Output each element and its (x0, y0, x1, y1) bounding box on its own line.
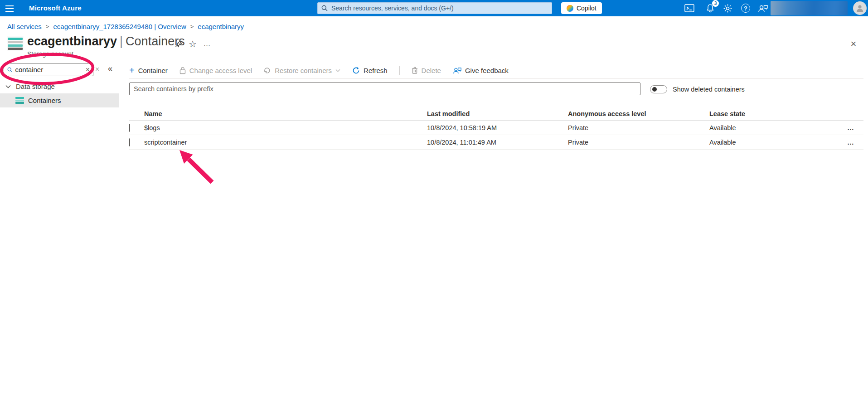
more-options-icon[interactable]: … (201, 38, 213, 50)
column-header-last-modified[interactable]: Last modified (427, 110, 568, 117)
plus-icon: + (129, 66, 135, 75)
pin-icon[interactable] (172, 38, 184, 50)
breadcrumb-current[interactable]: ecagentbinaryy (198, 23, 244, 30)
sidebar-collapse-icon[interactable]: « (108, 64, 112, 73)
column-header-name[interactable]: Name (144, 110, 427, 117)
copilot-icon (567, 5, 573, 12)
give-feedback-button[interactable]: Give feedback (453, 67, 509, 74)
command-bar: + Container Change access level Restore … (129, 63, 509, 78)
containers-table: Name Last modified Anonymous access leve… (129, 107, 863, 150)
show-deleted-label: Show deleted containers (673, 86, 745, 93)
feedback-icon[interactable] (756, 2, 770, 14)
table-header-row: Name Last modified Anonymous access leve… (129, 107, 863, 121)
refresh-icon (352, 67, 360, 74)
column-header-access[interactable]: Anonymous access level (568, 110, 709, 117)
undo-icon (264, 67, 271, 74)
account-info-redacted (771, 1, 848, 15)
show-deleted-toggle[interactable] (650, 85, 667, 93)
storage-account-icon (7, 36, 24, 51)
container-name-link[interactable]: scriptcontainer (144, 139, 427, 146)
search-clear-icon[interactable]: × (86, 66, 90, 73)
cell-access-level: Private (568, 124, 709, 131)
table-row-scriptcontainer[interactable]: scriptcontainer 10/8/2024, 11:01:49 AM P… (129, 135, 863, 150)
refresh-button[interactable]: Refresh (352, 67, 388, 74)
row-checkbox[interactable] (129, 138, 130, 146)
breadcrumb-separator: > (190, 23, 194, 30)
sidebar-search-box[interactable]: × (4, 63, 93, 76)
resource-name: ecagentbinaryy (27, 34, 117, 48)
feedback-person-icon (453, 67, 461, 74)
help-question-glyph: ? (741, 4, 750, 13)
account-avatar[interactable] (853, 1, 867, 15)
global-search-input[interactable] (317, 2, 552, 14)
cell-access-level: Private (568, 139, 709, 146)
settings-gear-icon[interactable] (721, 2, 734, 14)
container-name-link[interactable]: $logs (144, 124, 427, 131)
breadcrumb-all-services[interactable]: All services (7, 23, 42, 30)
page-title: ecagentbinaryy|Containers (27, 34, 185, 49)
sidebar-section-data-storage[interactable]: Data storage (5, 83, 55, 90)
global-search-field[interactable] (331, 5, 548, 12)
cell-last-modified: 10/8/2024, 10:58:19 AM (427, 124, 568, 131)
cloud-shell-icon[interactable] (683, 2, 696, 14)
container-prefix-search[interactable] (129, 83, 640, 95)
close-blade-icon[interactable]: × (847, 37, 860, 51)
column-header-lease[interactable]: Lease state (709, 110, 839, 117)
top-bar: Microsoft Azure Copilot 3 (0, 0, 868, 16)
azure-portal-page: Microsoft Azure Copilot 3 (0, 0, 868, 413)
sidebar-section-label: Data storage (16, 83, 55, 90)
chevron-down-icon (5, 85, 11, 88)
restore-containers-button[interactable]: Restore containers (264, 67, 340, 74)
annotation-overlay (0, 0, 868, 413)
resource-type-label: Storage account (27, 50, 73, 58)
breadcrumb-separator: > (46, 23, 49, 30)
toolbar-separator (399, 66, 400, 75)
table-row-logs[interactable]: $logs 10/8/2024, 10:58:19 AM Private Ava… (129, 121, 863, 135)
toolbar-divider (129, 78, 863, 79)
search-icon (321, 5, 328, 11)
breadcrumb: All services > ecagentbinaryy_1728365249… (7, 23, 244, 30)
change-access-level-button[interactable]: Change access level (179, 67, 252, 74)
search-icon (7, 67, 12, 73)
sidebar-search-input[interactable] (15, 66, 82, 73)
notifications-bell-icon[interactable]: 3 (703, 2, 717, 14)
cell-lease-state: Available (709, 139, 839, 146)
cell-last-modified: 10/8/2024, 11:01:49 AM (427, 139, 568, 146)
add-container-button[interactable]: + Container (129, 66, 168, 75)
hamburger-menu-icon[interactable] (5, 4, 15, 13)
chevron-down-icon (335, 69, 340, 72)
notification-count-badge: 3 (712, 0, 719, 7)
row-context-menu-icon[interactable]: … (839, 138, 863, 146)
row-checkbox[interactable] (129, 124, 130, 132)
copilot-label: Copilot (577, 5, 596, 12)
sidebar-item-label: Containers (28, 97, 61, 104)
annotation-arrow-scriptcontainer (179, 150, 212, 182)
container-prefix-input[interactable] (134, 85, 636, 92)
favorite-star-icon[interactable]: ☆ (187, 38, 199, 50)
sidebar-item-containers[interactable]: Containers (0, 93, 119, 107)
product-title: Microsoft Azure (29, 4, 82, 12)
cell-lease-state: Available (709, 124, 839, 131)
row-context-menu-icon[interactable]: … (839, 124, 863, 131)
help-icon[interactable]: ? (739, 2, 752, 14)
copilot-button[interactable]: Copilot (561, 2, 602, 14)
sidebar-clear-filter-icon[interactable]: × (95, 65, 99, 73)
containers-icon (15, 97, 24, 104)
trash-icon (412, 67, 418, 74)
lock-icon (179, 67, 186, 74)
title-divider: | (117, 34, 126, 48)
breadcrumb-resource-overview[interactable]: ecagentbinaryy_1728365249480 | Overview (53, 23, 186, 30)
delete-button[interactable]: Delete (412, 67, 441, 74)
